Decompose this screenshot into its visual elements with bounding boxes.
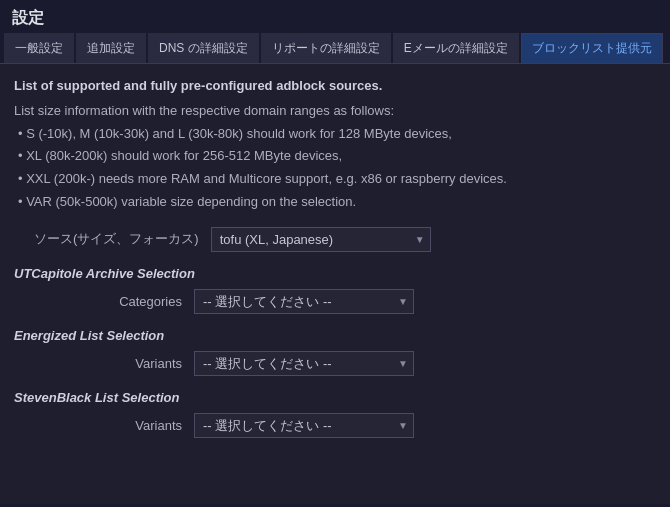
categories-label: Categories bbox=[34, 294, 194, 309]
energized-header: Energized List Selection bbox=[14, 328, 656, 343]
utcapitole-header: UTCapitole Archive Selection bbox=[14, 266, 656, 281]
energized-variants-row: Variants -- 選択してください -- bbox=[14, 351, 656, 376]
bullet-3: • XXL (200k-) needs more RAM and Multico… bbox=[14, 169, 656, 190]
energized-variants-select[interactable]: -- 選択してください -- bbox=[194, 351, 414, 376]
page-title: 設定 bbox=[0, 0, 670, 33]
stevenblack-variants-select[interactable]: -- 選択してください -- bbox=[194, 413, 414, 438]
tab-report[interactable]: リポートの詳細設定 bbox=[261, 33, 391, 63]
tab-email[interactable]: Eメールの詳細設定 bbox=[393, 33, 519, 63]
stevenblack-select-wrapper: -- 選択してください -- bbox=[194, 413, 414, 438]
tab-dns[interactable]: DNS の詳細設定 bbox=[148, 33, 259, 63]
description-block: List of supported and fully pre-configur… bbox=[14, 76, 656, 213]
tab-general[interactable]: 一般設定 bbox=[4, 33, 74, 63]
categories-select[interactable]: -- 選択してください -- bbox=[194, 289, 414, 314]
tab-blocklist[interactable]: ブロックリスト提供元 bbox=[521, 33, 663, 63]
description-bold: List of supported and fully pre-configur… bbox=[14, 76, 656, 97]
categories-select-wrapper: -- 選択してください -- bbox=[194, 289, 414, 314]
content-area: List of supported and fully pre-configur… bbox=[0, 64, 670, 504]
stevenblack-header: StevenBlack List Selection bbox=[14, 390, 656, 405]
source-select[interactable]: tofu (XL, Japanese) bbox=[211, 227, 431, 252]
source-label: ソース(サイズ、フォーカス) bbox=[34, 230, 211, 248]
energized-variants-label: Variants bbox=[34, 356, 194, 371]
tabs-container: 一般設定 追加設定 DNS の詳細設定 リポートの詳細設定 Eメールの詳細設定 … bbox=[0, 33, 670, 64]
stevenblack-variants-row: Variants -- 選択してください -- bbox=[14, 413, 656, 438]
utcapitole-categories-row: Categories -- 選択してください -- bbox=[14, 289, 656, 314]
stevenblack-variants-label: Variants bbox=[34, 418, 194, 433]
energized-select-wrapper: -- 選択してください -- bbox=[194, 351, 414, 376]
description-intro: List size information with the respectiv… bbox=[14, 101, 656, 122]
source-field-row: ソース(サイズ、フォーカス) tofu (XL, Japanese) bbox=[14, 227, 656, 252]
bullet-1: • S (-10k), M (10k-30k) and L (30k-80k) … bbox=[14, 124, 656, 145]
bullet-2: • XL (80k-200k) should work for 256-512 … bbox=[14, 146, 656, 167]
bullet-4: • VAR (50k-500k) variable size depending… bbox=[14, 192, 656, 213]
source-select-wrapper: tofu (XL, Japanese) bbox=[211, 227, 431, 252]
tab-additional[interactable]: 追加設定 bbox=[76, 33, 146, 63]
